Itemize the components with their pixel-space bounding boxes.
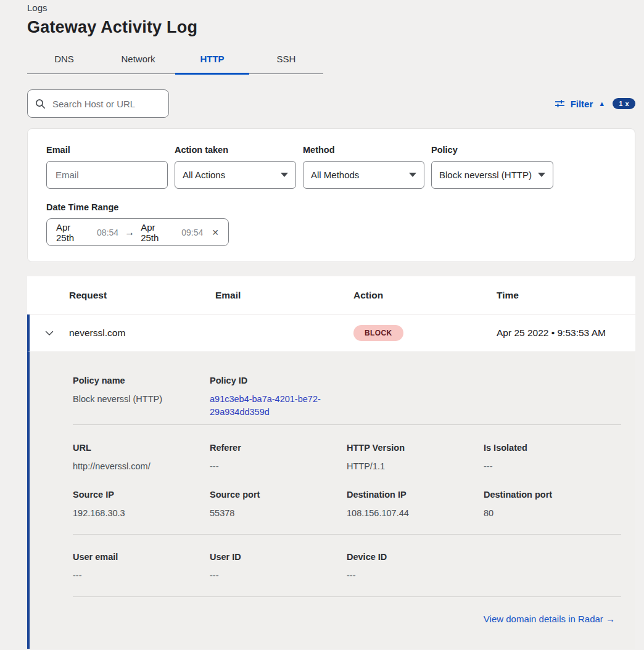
collapse-row-button[interactable] — [45, 331, 54, 336]
email-filter-field — [46, 161, 168, 189]
chevron-down-icon — [538, 173, 545, 177]
date-range-picker[interactable]: Apr 25th 08:54 → Apr 25th 09:54 ✕ — [46, 218, 229, 246]
filter-panel: Email Action taken Method Policy All Act… — [27, 128, 635, 262]
expanded-row-details: Policy name Block neverssl (HTTP) Policy… — [27, 352, 635, 649]
method-selected-value: All Methods — [311, 170, 359, 180]
arrow-right-icon: → — [125, 227, 134, 238]
table-row[interactable]: neverssl.com BLOCK Apr 25 2022 • 9:53:53… — [27, 315, 635, 352]
filter-label: Filter — [571, 99, 593, 109]
chevron-down-icon — [409, 173, 416, 177]
column-header-time: Time — [497, 290, 635, 301]
tab-network[interactable]: Network — [101, 54, 175, 73]
action-taken-filter-label: Action taken — [175, 145, 296, 155]
row-time: Apr 25 2022 • 9:53:53 AM — [497, 327, 635, 339]
tab-ssh[interactable]: SSH — [249, 54, 323, 73]
email-filter-label: Email — [46, 145, 168, 155]
divider — [73, 596, 621, 597]
action-taken-select[interactable]: All Actions — [175, 161, 296, 189]
start-time: 08:54 — [97, 228, 118, 237]
detail-device-id: Device ID --- — [347, 552, 484, 582]
search-input[interactable] — [51, 98, 161, 110]
start-date: Apr 25th — [56, 222, 91, 243]
row-request-host: neverssl.com — [69, 327, 215, 339]
detail-destination-ip: Destination IP 108.156.107.44 — [347, 490, 484, 520]
arrow-right-icon: → — [606, 614, 615, 624]
detail-is-isolated: Is Isolated --- — [484, 443, 621, 473]
divider — [73, 534, 621, 535]
table-header-row: Request Email Action Time — [27, 276, 635, 315]
column-header-request: Request — [69, 290, 215, 301]
policy-selected-value: Block neverssl (HTTP) — [439, 170, 532, 180]
detail-url: URL http://neverssl.com/ — [73, 443, 210, 473]
detail-source-ip: Source IP 192.168.30.3 — [73, 490, 210, 520]
date-range-label: Date Time Range — [46, 202, 616, 212]
detail-policy-id: Policy ID a91c3eb4-ba7a-4201-be72-29a934… — [210, 376, 347, 419]
detail-source-port: Source port 55378 — [210, 490, 347, 520]
activity-log-table: Request Email Action Time neverssl.com B… — [27, 276, 635, 649]
end-date: Apr 25th — [141, 222, 175, 243]
end-time: 09:54 — [181, 228, 203, 237]
detail-user-email: User email --- — [73, 552, 210, 582]
method-select[interactable]: All Methods — [303, 161, 424, 189]
filter-sliders-icon — [555, 99, 565, 109]
page-title: Gateway Activity Log — [27, 18, 644, 37]
column-header-action: Action — [353, 290, 497, 301]
policy-filter-label: Policy — [431, 145, 553, 155]
chevron-down-icon — [281, 173, 288, 177]
method-filter-label: Method — [303, 145, 424, 155]
filter-count-badge: 1 x — [613, 98, 635, 109]
search-filter-row: Filter ▲ 1 x — [27, 89, 635, 118]
policy-select[interactable]: Block neverssl (HTTP) — [431, 161, 553, 189]
filter-toggle[interactable]: Filter ▲ 1 x — [555, 98, 635, 109]
email-filter-input[interactable] — [54, 169, 160, 181]
divider — [73, 424, 621, 425]
detail-destination-port: Destination port 80 — [484, 490, 621, 520]
column-header-email: Email — [215, 290, 353, 301]
detail-referer: Referer --- — [210, 443, 347, 473]
detail-user-id: User ID --- — [210, 552, 347, 582]
clear-date-range-icon[interactable]: ✕ — [212, 228, 219, 237]
radar-details-link[interactable]: View domain details in Radar → — [484, 614, 615, 624]
tab-http[interactable]: HTTP — [175, 54, 249, 73]
policy-id-link[interactable]: a91c3eb4-ba7a-4201-be72-29a934dd359d — [210, 393, 327, 419]
detail-http-version: HTTP Version HTTP/1.1 — [347, 443, 484, 473]
chevron-down-icon — [45, 331, 54, 336]
search-icon — [35, 99, 46, 109]
action-block-badge: BLOCK — [353, 325, 403, 341]
breadcrumb[interactable]: Logs — [27, 2, 644, 13]
tab-dns[interactable]: DNS — [27, 54, 101, 73]
log-type-tabs: DNS Network HTTP SSH — [27, 54, 323, 74]
action-taken-selected-value: All Actions — [183, 170, 225, 180]
search-box[interactable] — [27, 89, 169, 118]
detail-policy-name: Policy name Block neverssl (HTTP) — [73, 376, 210, 419]
caret-up-icon: ▲ — [598, 101, 605, 107]
